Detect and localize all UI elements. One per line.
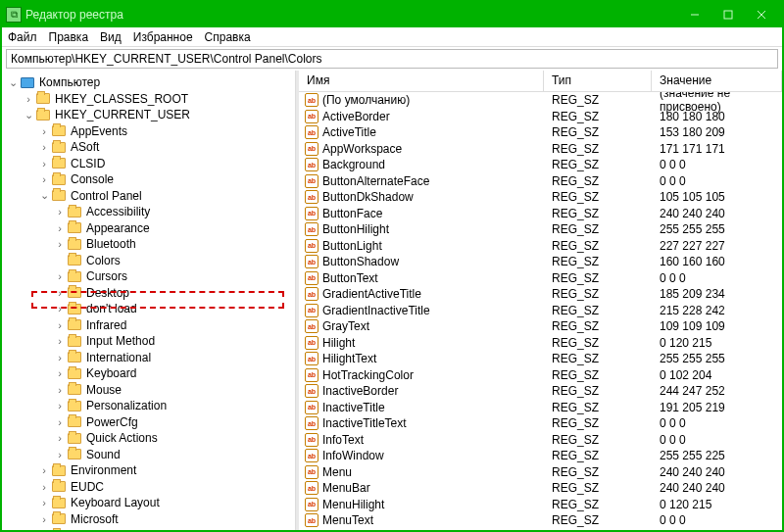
tree-console[interactable]: ›Console	[2, 171, 295, 188]
tree-hkcr[interactable]: ›HKEY_CLASSES_ROOT	[2, 91, 295, 108]
maximize-button[interactable]	[711, 5, 745, 24]
titlebar[interactable]: ⧉ Редактор реестра	[2, 2, 782, 27]
value-row[interactable]: abHilightREG_SZ0 120 215	[299, 335, 782, 352]
close-button[interactable]	[745, 5, 778, 24]
expand-toggle[interactable]: ›	[37, 464, 51, 476]
expand-toggle[interactable]: ›	[53, 335, 67, 347]
expand-toggle[interactable]: ›	[53, 238, 67, 250]
expand-toggle[interactable]: ⌄	[6, 76, 20, 89]
tree-keyboard[interactable]: ›Keyboard	[2, 365, 295, 382]
tree-don-t-load[interactable]: ›don't load	[2, 301, 295, 317]
expand-toggle[interactable]: ›	[53, 303, 67, 314]
tree-desktop[interactable]: ›Desktop	[2, 285, 295, 302]
tree-appevents[interactable]: ›AppEvents	[2, 123, 295, 140]
expand-toggle[interactable]: ›	[37, 158, 51, 169]
value-row[interactable]: abInactiveTitleREG_SZ191 205 219	[299, 400, 782, 416]
value-row[interactable]: abBackgroundREG_SZ0 0 0	[299, 157, 782, 173]
value-row[interactable]: abButtonFaceREG_SZ240 240 240	[299, 206, 782, 222]
expand-toggle[interactable]: ›	[53, 367, 67, 379]
tree-personalization[interactable]: ›Personalization	[2, 398, 295, 414]
value-row[interactable]: ab(По умолчанию)REG_SZ(значение не присв…	[299, 92, 782, 109]
expand-toggle[interactable]: ›	[37, 481, 51, 493]
expand-toggle[interactable]: ›	[37, 529, 51, 530]
tree-colors[interactable]: ›Colors	[2, 253, 295, 269]
value-row[interactable]: abButtonShadowREG_SZ160 160 160	[299, 254, 782, 270]
tree-asoft[interactable]: ›ASoft	[2, 139, 295, 156]
expand-toggle[interactable]: ›	[37, 125, 51, 137]
expand-toggle[interactable]: ›	[53, 287, 67, 299]
expand-toggle[interactable]: ›	[53, 400, 67, 411]
value-row[interactable]: abGrayTextREG_SZ109 109 109	[299, 318, 782, 335]
tree-mouse[interactable]: ›Mouse	[2, 382, 295, 399]
value-row[interactable]: abGradientInactiveTitleREG_SZ215 228 242	[299, 303, 782, 319]
menu-избранное[interactable]: Избранное	[133, 30, 193, 44]
expand-toggle[interactable]: ›	[53, 319, 67, 331]
tree-cursors[interactable]: ›Cursors	[2, 268, 295, 285]
minimize-button[interactable]	[678, 5, 711, 24]
value-row[interactable]: abButtonLightREG_SZ227 227 227	[299, 238, 782, 255]
expand-toggle[interactable]: ›	[37, 513, 51, 525]
value-row[interactable]: abMenuREG_SZ240 240 240	[299, 464, 782, 481]
expand-toggle[interactable]: ›	[37, 141, 51, 153]
value-row[interactable]: abActiveBorderREG_SZ180 180 180	[299, 109, 782, 125]
expand-toggle[interactable]: ›	[53, 206, 67, 218]
expand-toggle[interactable]: ›	[37, 173, 51, 185]
value-row[interactable]: abButtonTextREG_SZ0 0 0	[299, 270, 782, 287]
value-row[interactable]: abActiveTitleREG_SZ153 180 209	[299, 124, 782, 141]
value-row[interactable]: abMenuTextREG_SZ0 0 0	[299, 512, 782, 529]
column-name[interactable]: Имя	[299, 71, 544, 91]
expand-toggle[interactable]: ⌄	[22, 109, 35, 121]
tree-appearance[interactable]: ›Appearance	[2, 220, 295, 237]
value-row[interactable]: abHotTrackingColorREG_SZ0 102 204	[299, 367, 782, 384]
tree-network[interactable]: ›Network	[2, 527, 295, 530]
tree-microsoft[interactable]: ›Microsoft	[2, 511, 295, 528]
value-row[interactable]: abScrollbarREG_SZ200 200 200	[299, 529, 782, 531]
expand-toggle[interactable]: ›	[53, 432, 67, 444]
value-row[interactable]: abButtonDkShadowREG_SZ105 105 105	[299, 189, 782, 206]
tree-clsid[interactable]: ›CLSID	[2, 156, 295, 172]
value-row[interactable]: abMenuHilightREG_SZ0 120 215	[299, 497, 782, 513]
menu-вид[interactable]: Вид	[100, 30, 122, 44]
value-row[interactable]: abAppWorkspaceREG_SZ171 171 171	[299, 141, 782, 158]
value-row[interactable]: abMenuBarREG_SZ240 240 240	[299, 480, 782, 497]
tree-environment[interactable]: ›Environment	[2, 462, 295, 479]
tree-infrared[interactable]: ›Infrared	[2, 317, 295, 334]
expand-toggle[interactable]: ›	[53, 384, 67, 396]
tree-accessibility[interactable]: ›Accessibility	[2, 204, 295, 220]
expand-toggle[interactable]: ›	[53, 270, 67, 282]
value-row[interactable]: abInactiveBorderREG_SZ244 247 252	[299, 383, 782, 400]
column-value[interactable]: Значение	[652, 71, 782, 91]
tree-quick-actions[interactable]: ›Quick Actions	[2, 430, 295, 447]
tree-keyboard-layout[interactable]: ›Keyboard Layout	[2, 495, 295, 511]
tree-eudc[interactable]: ›EUDC	[2, 479, 295, 496]
value-row[interactable]: abButtonHilightREG_SZ255 255 255	[299, 221, 782, 238]
expand-toggle[interactable]: ›	[53, 416, 67, 428]
value-row[interactable]: abInactiveTitleTextREG_SZ0 0 0	[299, 415, 782, 432]
expand-toggle[interactable]: ›	[53, 222, 67, 234]
tree-bluetooth[interactable]: ›Bluetooth	[2, 236, 295, 253]
expand-toggle[interactable]: ⌄	[37, 189, 51, 202]
value-row[interactable]: abHilightTextREG_SZ255 255 255	[299, 351, 782, 367]
tree-international[interactable]: ›International	[2, 350, 295, 366]
value-row[interactable]: abButtonAlternateFaceREG_SZ0 0 0	[299, 173, 782, 190]
value-row[interactable]: abInfoTextREG_SZ0 0 0	[299, 432, 782, 449]
tree-input-method[interactable]: ›Input Method	[2, 333, 295, 350]
tree-control-panel[interactable]: ⌄Control Panel	[2, 188, 295, 205]
expand-toggle[interactable]: ›	[37, 497, 51, 508]
menu-файл[interactable]: Файл	[8, 30, 37, 44]
tree-hkcu[interactable]: ⌄HKEY_CURRENT_USER	[2, 107, 295, 123]
expand-toggle[interactable]: ›	[53, 449, 67, 460]
expand-toggle[interactable]: ›	[22, 93, 35, 105]
list-body[interactable]: ab(По умолчанию)REG_SZ(значение не присв…	[299, 92, 782, 530]
address-bar[interactable]: Компьютер\HKEY_CURRENT_USER\Control Pane…	[6, 49, 778, 69]
value-row[interactable]: abInfoWindowREG_SZ255 255 225	[299, 448, 782, 464]
tree-sound[interactable]: ›Sound	[2, 447, 295, 463]
column-type[interactable]: Тип	[544, 71, 652, 91]
value-row[interactable]: abGradientActiveTitleREG_SZ185 209 234	[299, 286, 782, 303]
tree-panel[interactable]: ⌄Компьютер›HKEY_CLASSES_ROOT⌄HKEY_CURREN…	[2, 71, 296, 530]
menu-справка[interactable]: Справка	[205, 30, 251, 44]
tree-root[interactable]: ⌄Компьютер	[2, 74, 295, 91]
expand-toggle[interactable]: ›	[53, 352, 67, 363]
menu-правка[interactable]: Правка	[49, 30, 89, 44]
tree-powercfg[interactable]: ›PowerCfg	[2, 414, 295, 431]
